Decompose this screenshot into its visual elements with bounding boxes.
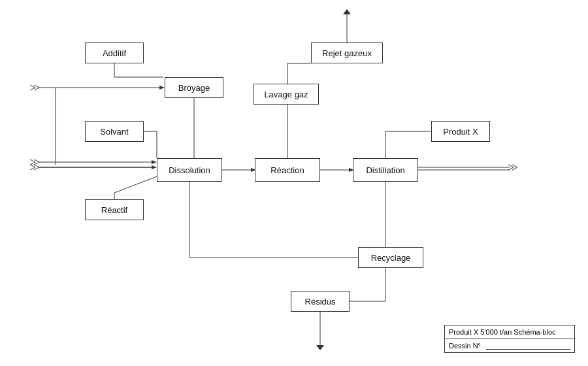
block-additif: Additif xyxy=(85,42,144,63)
block-solvant: Solvant xyxy=(85,121,144,142)
block-residus: Résidus xyxy=(291,291,350,312)
block-reactif: Réactif xyxy=(85,199,144,220)
block-recyclage: Recyclage xyxy=(358,247,423,268)
block-reaction: Réaction xyxy=(255,158,320,182)
title-box: Produit X 5'000 t/an Schéma-bloc Dessin … xyxy=(444,325,575,353)
block-dissolution: Dissolution xyxy=(157,158,222,182)
block-rejet-gazeux: Rejet gazeux xyxy=(311,42,383,63)
block-broyage: Broyage xyxy=(165,77,223,98)
block-lavage-gaz: Lavage gaz xyxy=(253,84,319,105)
block-produit-x: Produit X xyxy=(431,121,490,142)
block-distillation: Distillation xyxy=(353,158,418,182)
svg-marker-28 xyxy=(343,9,351,14)
svg-line-10 xyxy=(114,176,157,193)
diagram-container: Additif Broyage Solvant Dissolution Réac… xyxy=(0,0,588,366)
svg-marker-23 xyxy=(316,345,324,350)
